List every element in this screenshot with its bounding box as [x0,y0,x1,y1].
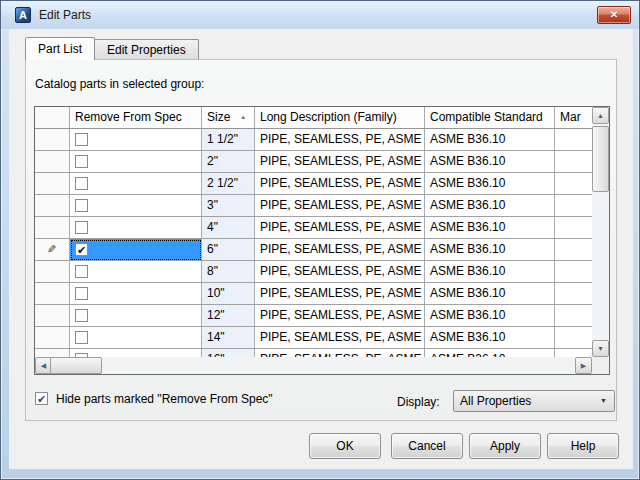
size-cell[interactable]: 1 1/2" [202,129,255,151]
remove-from-spec-checkbox[interactable] [75,331,88,344]
remove-from-spec-cell[interactable] [70,261,202,283]
row-selector-cell[interactable]: ✎ [35,349,70,357]
row-selector-cell[interactable]: ✎ [35,173,70,195]
ok-button[interactable]: OK [309,433,381,459]
scroll-right-button[interactable]: ▶ [575,357,592,374]
manufacturer-header[interactable]: Mar [555,107,592,129]
manufacturer-cell[interactable] [555,151,592,173]
size-cell[interactable]: 12" [202,305,255,327]
remove-from-spec-checkbox[interactable] [75,177,88,190]
horizontal-scrollbar-thumb[interactable] [50,357,102,374]
size-cell[interactable]: 8" [202,261,255,283]
row-selector-header[interactable] [35,107,70,129]
table-row[interactable]: ✎ 2" PIPE, SEAMLESS, PE, ASME B... ASME … [35,151,592,173]
manufacturer-cell[interactable] [555,195,592,217]
manufacturer-cell[interactable] [555,261,592,283]
manufacturer-cell[interactable] [555,305,592,327]
manufacturer-cell[interactable] [555,217,592,239]
remove-from-spec-checkbox[interactable] [75,155,88,168]
remove-from-spec-checkbox[interactable] [75,265,88,278]
row-selector-cell[interactable]: ✎ [35,261,70,283]
remove-from-spec-cell[interactable] [70,151,202,173]
size-cell[interactable]: 10" [202,283,255,305]
table-row[interactable]: ✎ 8" PIPE, SEAMLESS, PE, ASME B... ASME … [35,261,592,283]
table-row[interactable]: ✎ 12" PIPE, SEAMLESS, PE, ASME B... ASME… [35,305,592,327]
size-cell[interactable]: 4" [202,217,255,239]
table-row[interactable]: ✎ 4" PIPE, SEAMLESS, PE, ASME B... ASME … [35,217,592,239]
remove-from-spec-checkbox[interactable]: ✔ [75,243,88,256]
remove-from-spec-cell[interactable] [70,129,202,151]
row-selector-cell[interactable]: ✎ [35,239,70,261]
row-selector-cell[interactable]: ✎ [35,129,70,151]
remove-from-spec-cell[interactable] [70,217,202,239]
long-description-cell[interactable]: PIPE, SEAMLESS, PE, ASME B... [255,151,425,173]
compatible-standard-cell[interactable]: ASME B36.10 [425,151,555,173]
long-description-cell[interactable]: PIPE, SEAMLESS, PE, ASME B... [255,283,425,305]
compatible-standard-cell[interactable]: ASME B36.10 [425,283,555,305]
compatible-standard-cell[interactable]: ASME B36.10 [425,173,555,195]
remove-from-spec-cell[interactable] [70,195,202,217]
size-cell[interactable]: 16" [202,349,255,357]
remove-from-spec-cell[interactable]: ✔ [70,239,202,261]
long-description-header[interactable]: Long Description (Family) [255,107,425,129]
title-bar[interactable]: A Edit Parts ✕ [1,1,639,29]
manufacturer-cell[interactable] [555,327,592,349]
size-header[interactable]: Size▲ [202,107,255,129]
compatible-standard-cell[interactable]: ASME B36.10 [425,305,555,327]
remove-from-spec-cell[interactable] [70,283,202,305]
compatible-standard-cell[interactable]: ASME B36.10 [425,327,555,349]
vertical-scrollbar[interactable]: ▲ ▼ [592,107,609,357]
long-description-cell[interactable]: PIPE, SEAMLESS, PE, ASME B... [255,305,425,327]
long-description-cell[interactable]: PIPE, SEAMLESS, PE, ASME B... [255,239,425,261]
scroll-up-button[interactable]: ▲ [592,107,609,124]
table-row[interactable]: ✎ 14" PIPE, SEAMLESS, PE, ASME B... ASME… [35,327,592,349]
size-cell[interactable]: 14" [202,327,255,349]
manufacturer-cell[interactable] [555,173,592,195]
hide-parts-checkbox[interactable]: ✔ [35,392,48,405]
compatible-standard-cell[interactable]: ASME B36.10 [425,349,555,357]
long-description-cell[interactable]: PIPE, SEAMLESS, PE, ASME B... [255,261,425,283]
table-row[interactable]: ✎ 1 1/2" PIPE, SEAMLESS, PE, ASME B... A… [35,129,592,151]
remove-from-spec-checkbox[interactable] [75,287,88,300]
remove-from-spec-cell[interactable] [70,173,202,195]
remove-from-spec-checkbox[interactable] [75,221,88,234]
size-cell[interactable]: 3" [202,195,255,217]
table-row[interactable]: ✎ 3" PIPE, SEAMLESS, PE, ASME B... ASME … [35,195,592,217]
remove-from-spec-checkbox[interactable] [75,309,88,322]
horizontal-scrollbar[interactable]: ◀ ▶ [35,357,592,374]
tab-edit-properties[interactable]: Edit Properties [94,39,199,60]
row-selector-cell[interactable]: ✎ [35,305,70,327]
row-selector-cell[interactable]: ✎ [35,283,70,305]
help-button[interactable]: Help [547,433,619,459]
long-description-cell[interactable]: PIPE, SEAMLESS, PE, ASME B... [255,195,425,217]
scroll-down-button[interactable]: ▼ [592,340,609,357]
compatible-standard-header[interactable]: Compatible Standard [425,107,555,129]
long-description-cell[interactable]: PIPE, SEAMLESS, PE, ASME B... [255,173,425,195]
long-description-cell[interactable]: PIPE, SEAMLESS, PE, ASME B... [255,129,425,151]
table-row-selected[interactable]: ✎ ✔ 6" PIPE, SEAMLESS, PE, ASME B... ASM… [35,239,592,261]
manufacturer-cell[interactable] [555,239,592,261]
compatible-standard-cell[interactable]: ASME B36.10 [425,261,555,283]
row-selector-cell[interactable]: ✎ [35,195,70,217]
compatible-standard-cell[interactable]: ASME B36.10 [425,195,555,217]
compatible-standard-cell[interactable]: ASME B36.10 [425,217,555,239]
remove-from-spec-cell[interactable] [70,305,202,327]
close-button[interactable]: ✕ [597,6,631,24]
size-cell[interactable]: 2 1/2" [202,173,255,195]
compatible-standard-cell[interactable]: ASME B36.10 [425,239,555,261]
remove-from-spec-header[interactable]: Remove From Spec [70,107,202,129]
vertical-scrollbar-thumb[interactable] [592,126,609,192]
table-row[interactable]: ✎ 16" PIPE, SEAMLESS, PE, ASME B... ASME… [35,349,592,357]
remove-from-spec-cell[interactable] [70,349,202,357]
size-cell[interactable]: 2" [202,151,255,173]
long-description-cell[interactable]: PIPE, SEAMLESS, PE, ASME B... [255,327,425,349]
row-selector-cell[interactable]: ✎ [35,151,70,173]
display-dropdown[interactable]: All Properties ▼ [453,390,615,412]
remove-from-spec-checkbox[interactable] [75,199,88,212]
row-selector-cell[interactable]: ✎ [35,327,70,349]
size-cell[interactable]: 6" [202,239,255,261]
manufacturer-cell[interactable] [555,129,592,151]
row-selector-cell[interactable]: ✎ [35,217,70,239]
table-row[interactable]: ✎ 10" PIPE, SEAMLESS, PE, ASME B... ASME… [35,283,592,305]
table-row[interactable]: ✎ 2 1/2" PIPE, SEAMLESS, PE, ASME B... A… [35,173,592,195]
